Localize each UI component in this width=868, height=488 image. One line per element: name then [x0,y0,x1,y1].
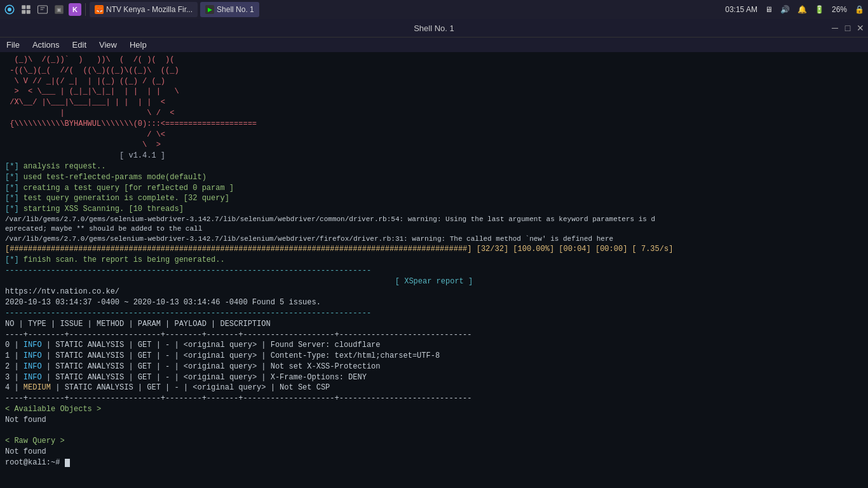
menu-actions[interactable]: Actions [29,39,64,51]
report-title-line: [ XSpear report ] [5,276,863,287]
lock-icon: 🔒 [853,5,865,14]
svg-rect-3 [27,5,31,9]
warn-line-1: /var/lib/gems/2.7.0/gems/selenium-webdri… [5,215,863,224]
raw-query-value: Not found [5,447,863,458]
warn-line-2: /var/lib/gems/2.7.0/gems/selenium-webdri… [5,234,863,244]
svg-point-1 [8,8,11,11]
report-bottom-border: ----------------------------------------… [5,308,863,319]
taskbar: ▣ K 🦊 NTV Kenya - Mozilla Fir... ▶ Shell… [0,0,868,19]
menu-help[interactable]: Help [126,39,151,51]
cursor [65,459,70,467]
table-row: 2 | INFO | STATIC ANALYSIS | GET | - | <… [5,362,863,372]
scan-line-3: [*] creating a test query [for reflected… [5,183,863,194]
available-objects-label: < Available Objects > [5,404,863,415]
result-table: NO | TYPE | ISSUE | METHOD | PARAM | PAY… [5,319,863,404]
blank-line-1 [5,426,863,437]
scan-line-1: [*] analysis request.. [5,161,863,172]
battery-level: 26% [831,5,848,14]
menu-bar: File Actions Edit View Help [0,37,868,52]
notification-icon: 🔔 [796,5,808,14]
finish-line: [*] finish scan. the report is being gen… [5,255,863,266]
prompt-text: root@kali:~# [5,458,65,467]
table-header-row: NO | TYPE | ISSUE | METHOD | PARAM | PAY… [5,319,863,330]
terminal-label: Shell No. 1 [217,5,254,14]
system-icon-1[interactable] [3,3,17,17]
terminal-content[interactable]: (_)\ /(_))` ) ))\ ( /( )( )( -((\_)(_( /… [0,52,868,488]
raw-query-section: < Raw Query > Not found [5,436,863,458]
table-sep-row: ----+--------+--------------------+-----… [5,330,863,341]
menu-edit[interactable]: Edit [69,39,90,51]
taskbar-icon-4[interactable]: ▣ [52,3,66,17]
menu-file[interactable]: File [3,39,24,51]
title-bar: Shell No. 1 ─ □ ✕ [0,19,868,37]
clock: 03:15 AM [724,5,759,14]
scan-line-5: [*] starting XSS Scanning. [10 threads] [5,204,863,215]
report-box: ----------------------------------------… [5,266,863,319]
svg-rect-2 [22,5,25,9]
window-title: Shell No. 1 [414,24,454,33]
scan-line-4: [*] test query generation is complete. [… [5,193,863,204]
taskbar-right: 03:15 AM 🖥 🔊 🔔 🔋 26% 🔒 [724,5,865,14]
table-row: 0 | INFO | STATIC ANALYSIS | GET | - | <… [5,340,863,351]
firefox-label: NTV Kenya - Mozilla Fir... [106,5,193,14]
table-bottom-sep: ----+--------+--------------------+-----… [5,393,863,404]
battery-icon: 🔋 [813,5,825,14]
taskbar-icon-5[interactable]: K [69,3,81,16]
terminal-icon: ▶ [205,5,214,14]
svg-text:▣: ▣ [57,7,62,13]
table-row: 4 | MEDIUM | STATIC ANALYSIS | GET | - |… [5,383,863,393]
available-objects-section: < Available Objects > Not found [5,404,863,426]
minimize-button[interactable]: ─ [830,23,840,33]
terminal-window: Shell No. 1 ─ □ ✕ File Actions Edit View… [0,19,868,488]
taskbar-separator-1 [85,3,86,16]
shell-prompt-line: root@kali:~# [5,458,863,468]
close-button[interactable]: ✕ [855,23,865,33]
volume-icon: 🔊 [779,5,791,14]
firefox-icon: 🦊 [95,5,104,14]
ascii-art: (_)\ /(_))` ) ))\ ( /( )( )( -((\_)(_( /… [5,55,863,161]
taskbar-app-firefox[interactable]: 🦊 NTV Kenya - Mozilla Fir... [90,2,198,17]
window-controls: ─ □ ✕ [830,23,865,33]
taskbar-app-terminal[interactable]: ▶ Shell No. 1 [200,2,259,17]
progress-line: [#######################################… [5,244,863,255]
taskbar-icon-2[interactable] [19,3,33,17]
maximize-button[interactable]: □ [843,23,853,33]
report-time-line: 2020-10-13 03:14:37 -0400 ~ 2020-10-13 0… [5,297,863,308]
monitor-icon: 🖥 [764,5,774,14]
table-row: 1 | INFO | STATIC ANALYSIS | GET | - | <… [5,351,863,362]
raw-query-label: < Raw Query > [5,436,863,447]
report-top-border: ----------------------------------------… [5,266,863,276]
svg-rect-5 [27,10,31,14]
report-url-line: https://ntv.nation.co.ke/ [5,287,863,297]
warn-line-1b: eprecated; maybe ** should be added to t… [5,224,863,234]
table-row: 3 | INFO | STATIC ANALYSIS | GET | - | <… [5,372,863,383]
menu-view[interactable]: View [95,39,121,51]
scan-line-2: [*] used test-reflected-params mode(defa… [5,172,863,183]
available-objects-value: Not found [5,415,863,426]
taskbar-icon-3[interactable] [36,3,50,17]
svg-rect-4 [22,10,25,14]
